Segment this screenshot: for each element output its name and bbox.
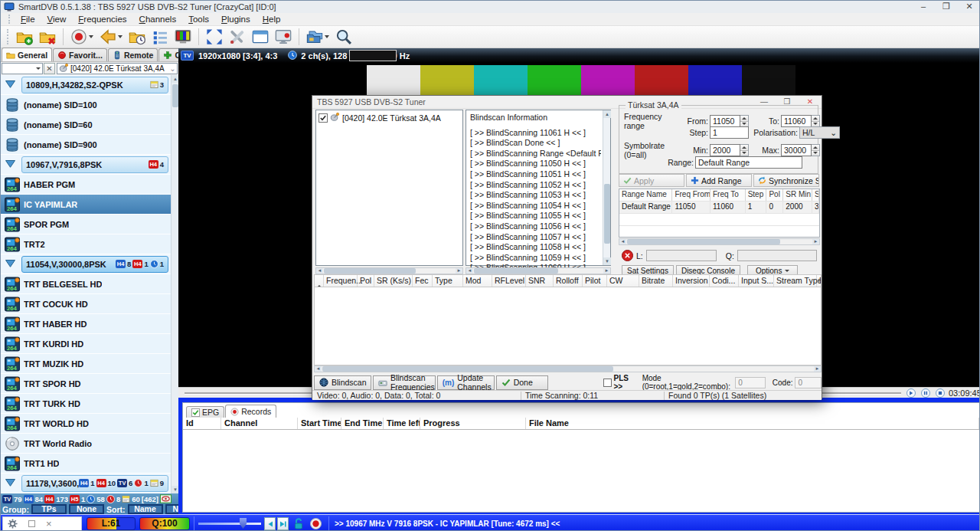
tab-general[interactable]: General xyxy=(2,48,52,61)
skins-folder-button[interactable] xyxy=(304,27,332,47)
channel-row[interactable]: 264 TRT TURK HD xyxy=(1,394,178,414)
video-search-input[interactable] xyxy=(349,50,397,61)
channel-row[interactable]: 264 TRT2 xyxy=(1,234,178,254)
transponder-row[interactable]: 11178,V,3600,AUTOH41H410TV619 xyxy=(1,474,178,493)
range-table-header[interactable]: Range NameFreq FromFreq ToStepPolSR MinS xyxy=(619,189,819,202)
test-pattern-tv-button[interactable] xyxy=(172,27,194,47)
sort-name-button[interactable]: Name xyxy=(128,504,163,514)
result-column-header[interactable]: Pol xyxy=(358,275,374,287)
tab-records[interactable]: Records xyxy=(225,405,276,418)
tab-remote[interactable]: Remote xyxy=(108,48,158,61)
pls-code-field[interactable]: 0 xyxy=(795,377,822,388)
next-channel-button[interactable] xyxy=(277,517,289,530)
zoom-search-button[interactable] xyxy=(333,27,354,47)
records-column-header[interactable]: Id xyxy=(183,418,221,429)
scroll-right-icon[interactable]: ► xyxy=(603,268,610,274)
result-column-header[interactable]: CW xyxy=(607,275,639,287)
channel-row[interactable]: 264 TRT COCUK HD xyxy=(1,294,178,314)
scrollbar-thumb[interactable] xyxy=(474,268,558,274)
min-spinner[interactable] xyxy=(740,144,749,156)
transponder-row[interactable]: 10967,V,7916,8PSKH44 xyxy=(1,155,178,175)
pause-button[interactable] xyxy=(921,388,930,398)
add-range-button[interactable]: Add Range xyxy=(686,174,752,187)
scroll-left-icon[interactable]: ◄ xyxy=(315,366,322,372)
update-channels-button[interactable]: (m) Update Channels xyxy=(437,375,495,390)
group-tps-button[interactable]: TPs xyxy=(31,504,67,514)
channel-row[interactable]: 264 TRT BELGESEL HD xyxy=(1,274,178,294)
result-column-header[interactable]: Inversion xyxy=(673,275,710,287)
dropdown-caret-icon[interactable] xyxy=(89,35,93,38)
step-input[interactable]: 1 xyxy=(710,126,749,139)
result-column-header[interactable]: Codi... xyxy=(710,275,739,287)
play-button[interactable] xyxy=(906,388,916,398)
channel-row[interactable]: (noname) SID=100 xyxy=(1,95,178,115)
channel-list-button[interactable] xyxy=(149,27,171,47)
results-table-header[interactable]: Frequen...PolSR (Ks/s)FecTypeModRFLevelS… xyxy=(314,274,822,287)
result-column-header[interactable]: Pilot xyxy=(583,275,607,287)
records-column-header[interactable]: Channel xyxy=(221,418,298,429)
satellite-list-hscrollbar[interactable]: ◄ ► xyxy=(315,267,463,274)
channel-row[interactable]: (noname) SID=900 xyxy=(1,135,178,155)
scroll-left-icon[interactable]: ◄ xyxy=(316,268,323,274)
dropdown-caret-icon[interactable] xyxy=(118,35,122,38)
satellite-selector[interactable]: [0420] 42.0E Türksat 3A,4A ⌄ xyxy=(57,63,178,74)
log-hscrollbar[interactable]: ◄ ► xyxy=(466,267,611,274)
satellite-list-item[interactable]: [0420] 42.0E Türksat 3A,4A xyxy=(316,110,462,125)
clear-filter-button[interactable]: ✕ xyxy=(44,63,55,74)
records-column-header[interactable]: Start Time xyxy=(298,418,341,429)
group-none-button[interactable]: None xyxy=(69,504,104,514)
result-column-header[interactable]: Frequen... xyxy=(324,275,358,287)
channel-row[interactable]: 264 TRT HABER HD xyxy=(1,314,178,334)
synchronize-satellite-button[interactable]: Synchronize Satellite xyxy=(753,174,819,187)
result-column-header[interactable]: Input S... xyxy=(739,275,774,287)
to-input[interactable]: 11060 xyxy=(781,115,812,127)
result-column-header[interactable] xyxy=(315,275,324,287)
expand-arrow-icon[interactable] xyxy=(5,160,15,169)
column-header[interactable]: SR Min xyxy=(783,189,812,201)
menu-help[interactable]: Help xyxy=(256,14,287,25)
done-button[interactable]: Done xyxy=(496,375,548,390)
menu-file[interactable]: File xyxy=(15,14,41,25)
min-input[interactable]: 2000 xyxy=(710,144,740,156)
scrollbar-thumb[interactable] xyxy=(627,239,780,244)
channel-filter-combobox[interactable] xyxy=(2,63,43,74)
result-column-header[interactable]: SR (Ks/s) xyxy=(374,275,413,287)
expand-arrow-icon[interactable] xyxy=(5,80,15,90)
record-button[interactable] xyxy=(310,518,322,531)
polarisation-select[interactable]: H/L ⌄ xyxy=(799,126,840,139)
records-column-header[interactable]: Progress xyxy=(420,418,526,429)
menu-view[interactable]: View xyxy=(41,14,73,25)
close-folder-button[interactable] xyxy=(37,27,58,47)
channel-row[interactable]: 264 HABER PGM xyxy=(1,175,178,195)
menu-frequencies[interactable]: Frequencies xyxy=(72,14,132,25)
range-table-hscrollbar[interactable]: ◄ ► xyxy=(619,238,820,245)
range-table[interactable]: Range NameFreq FromFreq ToStepPolSR MinS… xyxy=(619,188,820,238)
back-arrow-button[interactable] xyxy=(97,27,125,47)
scroll-up-icon[interactable]: ▲ xyxy=(603,110,611,118)
records-column-header[interactable]: File Name xyxy=(526,418,979,429)
volume-slider-thumb[interactable] xyxy=(240,518,247,529)
menu-plugins[interactable]: Plugins xyxy=(215,14,256,25)
records-column-header[interactable]: End Time xyxy=(341,418,384,429)
dropdown-caret-icon[interactable] xyxy=(325,35,329,38)
restore-icon[interactable] xyxy=(28,520,35,527)
channel-row[interactable]: TRT World Radio xyxy=(1,434,178,454)
results-hscrollbar[interactable]: ◄ ► xyxy=(314,365,822,372)
channel-row[interactable]: 264 TRT SPOR HD xyxy=(1,374,178,394)
menu-tools[interactable]: Tools xyxy=(182,14,215,25)
blindscan-frequencies-button[interactable]: Blindscan Frequencies xyxy=(373,375,436,390)
channel-row[interactable]: 264 IC YAPIMLAR xyxy=(1,195,178,215)
column-header[interactable]: Freq To xyxy=(710,189,746,201)
tab-epg[interactable]: EPG xyxy=(186,406,224,418)
tab-favorit[interactable]: Favorit... xyxy=(53,48,107,61)
channel-list-scrollbar[interactable]: ▲ ▼ xyxy=(171,75,178,493)
column-header[interactable]: Freq From xyxy=(672,189,710,201)
stop-button[interactable] xyxy=(936,388,945,398)
from-input[interactable]: 11050 xyxy=(710,115,740,127)
minimize-button[interactable]: – xyxy=(913,1,933,13)
maximize-button[interactable]: ❒ xyxy=(936,1,956,13)
result-column-header[interactable]: RFLevel xyxy=(492,275,526,287)
open-folder-add-button[interactable] xyxy=(14,27,35,47)
range-table-row[interactable]: Default Range11050110601020003 xyxy=(619,202,819,214)
scroll-right-icon[interactable]: ► xyxy=(456,268,462,274)
